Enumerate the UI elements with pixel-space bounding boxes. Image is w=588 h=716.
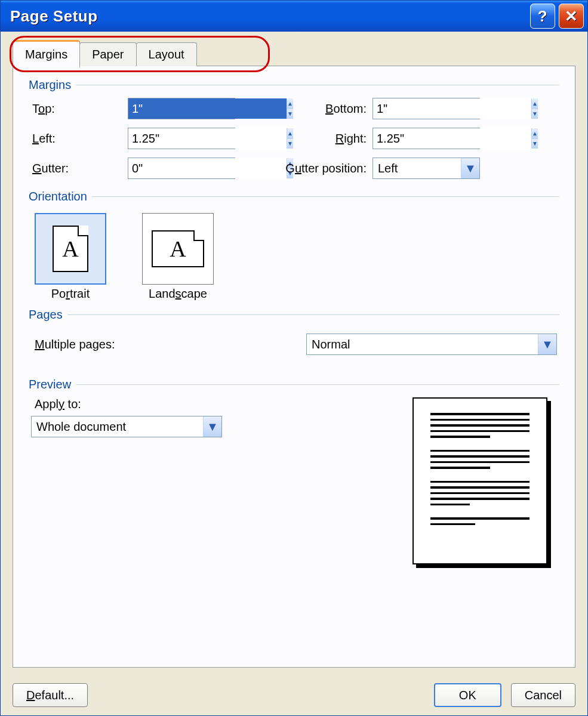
label-right: Right: xyxy=(265,132,372,146)
input-bottom[interactable] xyxy=(373,98,531,119)
input-left[interactable] xyxy=(128,128,287,149)
close-button[interactable]: ✕ xyxy=(559,4,584,29)
page-setup-dialog: Page Setup ? ✕ Margins Paper Layout Marg… xyxy=(0,0,588,716)
label-gutter: Gutter: xyxy=(32,162,128,175)
combo-multiple-pages-value: Normal xyxy=(307,338,538,351)
close-icon: ✕ xyxy=(565,7,578,26)
landscape-icon: A xyxy=(142,213,214,285)
label-portrait: Portrait xyxy=(51,287,90,301)
combo-gutter-position[interactable]: Left ▼ xyxy=(372,158,480,179)
titlebar: Page Setup ? ✕ xyxy=(1,1,587,32)
label-top: Top: xyxy=(32,102,128,116)
portrait-icon: A xyxy=(35,213,106,285)
ok-button[interactable]: OK xyxy=(434,683,501,707)
chevron-down-icon[interactable]: ▼ xyxy=(532,139,538,149)
label-left: Left: xyxy=(32,132,128,146)
spinner-right[interactable]: ▲▼ xyxy=(372,128,480,149)
spinner-gutter[interactable]: ▲▼ xyxy=(128,158,235,179)
label-gutter-position: Gutter position: xyxy=(265,162,372,175)
dialog-body: Margins Paper Layout Margins Top: ▲▼ Bot… xyxy=(1,32,587,676)
combo-apply-to-value: Whole document xyxy=(32,420,203,434)
spinner-bottom[interactable]: ▲▼ xyxy=(372,98,480,119)
preview-page-icon xyxy=(412,397,547,564)
label-bottom: Bottom: xyxy=(265,102,372,116)
chevron-down-icon[interactable]: ▼ xyxy=(461,158,479,178)
label-landscape: Landscape xyxy=(149,287,207,301)
window-title: Page Setup xyxy=(10,7,527,26)
tab-row: Margins Paper Layout xyxy=(13,40,575,66)
help-button[interactable]: ? xyxy=(530,4,555,29)
tab-layout[interactable]: Layout xyxy=(136,42,197,66)
chevron-down-icon[interactable]: ▼ xyxy=(538,334,556,354)
orientation-landscape[interactable]: A Landscape xyxy=(142,213,214,301)
tab-paper[interactable]: Paper xyxy=(79,42,136,66)
chevron-down-icon[interactable]: ▼ xyxy=(203,416,221,437)
default-button[interactable]: Default... xyxy=(13,683,88,707)
chevron-up-icon[interactable]: ▲ xyxy=(532,98,538,109)
chevron-down-icon[interactable]: ▼ xyxy=(532,109,538,119)
spinner-left[interactable]: ▲▼ xyxy=(128,128,235,149)
button-row: Default... OK Cancel xyxy=(1,676,587,715)
orientation-portrait[interactable]: A Portrait xyxy=(35,213,106,301)
tab-margins[interactable]: Margins xyxy=(13,40,80,67)
chevron-up-icon[interactable]: ▲ xyxy=(532,128,538,139)
tab-panel: Margins Top: ▲▼ Bottom: ▲▼ Left: ▲ xyxy=(13,66,575,668)
input-top[interactable] xyxy=(128,98,287,119)
section-margins: Margins xyxy=(29,78,559,92)
combo-multiple-pages[interactable]: Normal ▼ xyxy=(306,334,557,355)
pages-row: Multiple pages: Normal ▼ xyxy=(35,334,559,355)
spinner-top[interactable]: ▲▼ xyxy=(128,98,235,119)
margins-grid: Top: ▲▼ Bottom: ▲▼ Left: ▲▼ Righ xyxy=(32,98,559,179)
question-icon: ? xyxy=(538,7,547,26)
section-preview: Preview xyxy=(29,378,559,391)
cancel-button[interactable]: Cancel xyxy=(511,683,575,707)
preview-area: Apply to: Whole document ▼ xyxy=(29,397,559,564)
label-multiple-pages: Multiple pages: xyxy=(35,338,115,351)
section-pages: Pages xyxy=(29,308,559,322)
section-orientation: Orientation xyxy=(29,190,559,203)
orientation-row: A Portrait A Landscape xyxy=(35,213,559,301)
combo-apply-to[interactable]: Whole document ▼ xyxy=(31,416,222,437)
input-right[interactable] xyxy=(373,128,531,149)
combo-gutter-position-value: Left xyxy=(373,162,461,175)
label-apply-to: Apply to: xyxy=(35,397,255,411)
input-gutter[interactable] xyxy=(128,158,287,178)
